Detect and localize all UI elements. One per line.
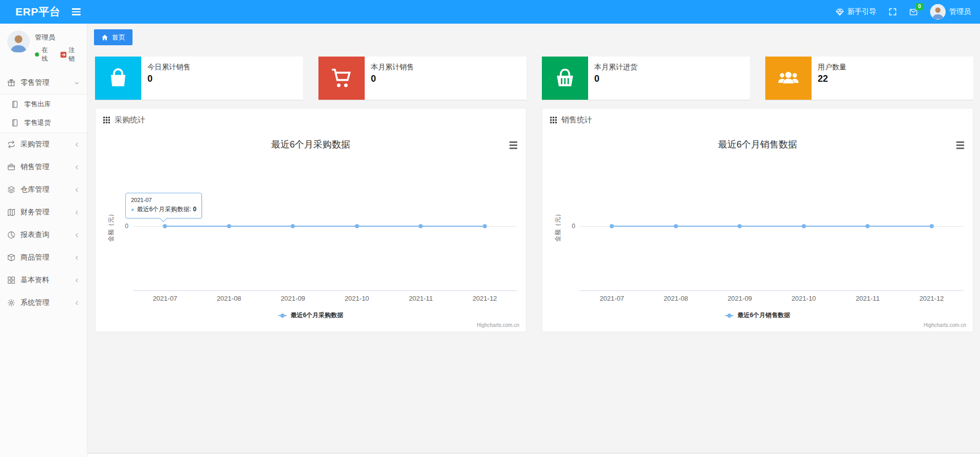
series-line: [612, 226, 932, 227]
legend-marker-icon: [725, 314, 733, 318]
sidebar-subitem[interactable]: 零售出库: [0, 95, 87, 114]
top-navbar: ERP平台 新手引导 0: [0, 0, 980, 24]
pie-chart-icon: [7, 231, 15, 239]
panel-title: 销售统计: [561, 115, 592, 125]
hamburger-icon: [72, 8, 81, 10]
x-axis-label: 2021-07: [599, 295, 624, 302]
online-status-dot: [35, 52, 39, 57]
users-icon: [765, 57, 812, 100]
data-point-marker[interactable]: [291, 224, 295, 228]
tooltip-category: 2021-07: [131, 197, 196, 203]
data-point-marker[interactable]: [419, 224, 423, 228]
chevron-left-icon: [74, 278, 80, 283]
app-brand: ERP平台: [0, 5, 61, 19]
data-point-marker[interactable]: [930, 224, 934, 228]
navbar-right: 新手引导 0 管理员: [836, 4, 980, 20]
charts-row: 采购统计 最近6个月采购数据金额（元）02021-072021-082021-0…: [95, 108, 973, 332]
y-axis-tick: 0: [542, 223, 575, 230]
sidebar: 管理员 在线 注销 零售管理零售出库零售退货采购管理销售管理仓库管理财务管理报表…: [0, 24, 87, 457]
panel-header: 采购统计: [96, 108, 526, 131]
sidebar-toggle-button[interactable]: [72, 8, 81, 15]
user-menu[interactable]: 管理员: [930, 4, 971, 20]
shopping-basket-icon: [542, 57, 588, 100]
sidebar-item-label: 基本资料: [21, 276, 49, 285]
x-axis-label: 2021-10: [791, 295, 816, 302]
guide-button[interactable]: 新手引导: [836, 7, 876, 16]
grid-icon: [7, 276, 15, 284]
sidebar-item-label: 采购管理: [21, 140, 49, 149]
sales-stats-panel: 销售统计 最近6个月销售数据金额（元）02021-072021-082021-0…: [542, 108, 973, 332]
data-point-marker[interactable]: [355, 224, 359, 228]
chevron-left-icon: [74, 187, 80, 193]
data-point-marker[interactable]: [227, 224, 231, 228]
tab-home-label: 首页: [112, 33, 125, 42]
legend-label: 最近6个月销售数据: [738, 311, 790, 320]
legend-marker-icon: [278, 314, 287, 318]
series-line: [165, 226, 485, 227]
highcharts-credit[interactable]: Highcharts.com.cn: [477, 322, 519, 328]
sidebar-item[interactable]: 报表查询: [0, 224, 87, 246]
stat-card-value: 0: [371, 74, 414, 84]
logout-link[interactable]: 注销: [60, 46, 81, 63]
highcharts-credit[interactable]: Highcharts.com.cn: [924, 322, 966, 328]
purchase-stats-panel: 采购统计 最近6个月采购数据金额（元）02021-072021-082021-0…: [95, 108, 526, 332]
x-axis-label: 2021-10: [345, 295, 369, 302]
legend-item[interactable]: 最近6个月销售数据: [542, 311, 973, 320]
sidebar-item[interactable]: 商品管理: [0, 246, 87, 269]
data-point-marker[interactable]: [738, 224, 742, 228]
sidebar-subitem-label: 零售退货: [24, 118, 51, 127]
chart-title: 最近6个月销售数据: [542, 138, 973, 151]
th-grid-icon: [103, 117, 110, 123]
sign-out-icon: [60, 51, 67, 58]
gear-icon: [7, 299, 15, 307]
sidebar-item[interactable]: 系统管理: [0, 291, 87, 314]
sidebar-item[interactable]: 采购管理: [0, 133, 87, 156]
x-axis-label: 2021-08: [217, 295, 241, 302]
box-icon: [7, 253, 15, 262]
sidebar-item[interactable]: 销售管理: [0, 156, 87, 178]
shopping-bag-icon: [95, 57, 141, 100]
stat-card: 本月累计进货0: [542, 57, 750, 100]
legend-item[interactable]: 最近6个月采购数据: [96, 311, 526, 320]
data-point-marker[interactable]: [610, 224, 614, 228]
journal-icon: [11, 100, 19, 108]
sidebar-item[interactable]: 基本资料: [0, 269, 87, 291]
stat-card-value: 0: [147, 74, 191, 84]
x-axis-label: 2021-11: [856, 295, 880, 302]
repeat-icon: [7, 140, 15, 149]
chevron-left-icon: [74, 255, 80, 261]
sidebar-item[interactable]: 财务管理: [0, 201, 87, 224]
fullscreen-button[interactable]: [889, 8, 897, 16]
sidebar-item-label: 商品管理: [21, 253, 49, 262]
sidebar-item[interactable]: 仓库管理: [0, 178, 87, 201]
chevron-left-icon: [74, 300, 80, 306]
x-axis-line: [580, 290, 964, 291]
sidebar-menu: 零售管理零售出库零售退货采购管理销售管理仓库管理财务管理报表查询商品管理基本资料…: [0, 71, 87, 314]
sidebar-item[interactable]: 零售管理: [0, 71, 87, 94]
x-axis-label: 2021-12: [473, 295, 497, 302]
data-point-marker[interactable]: [483, 224, 487, 228]
sidebar-item-label: 系统管理: [21, 298, 49, 307]
data-point-marker[interactable]: [802, 224, 806, 228]
shopping-cart-icon: [318, 57, 365, 100]
data-point-marker[interactable]: [163, 224, 167, 228]
sidebar-item-label: 报表查询: [21, 230, 49, 240]
message-count-badge: 0: [916, 3, 923, 10]
chart-menu-button[interactable]: [954, 139, 966, 151]
chart-tooltip: 2021-07● 最近6个月采购数据: 0: [125, 193, 202, 218]
sidebar-subitem[interactable]: 零售退货: [0, 114, 87, 132]
sales-chart: 最近6个月销售数据金额（元）02021-072021-082021-092021…: [542, 131, 973, 332]
x-axis-label: 2021-11: [409, 295, 433, 302]
data-point-marker[interactable]: [674, 224, 678, 228]
y-axis-tick: 0: [96, 223, 128, 230]
guide-label: 新手引导: [847, 7, 876, 16]
chart-menu-button[interactable]: [507, 139, 519, 151]
data-point-marker[interactable]: [865, 224, 870, 228]
fullscreen-icon: [889, 8, 897, 16]
sidebar-subitem-label: 零售出库: [24, 100, 51, 109]
x-axis-label: 2021-07: [153, 295, 177, 302]
tab-home[interactable]: 首页: [94, 29, 133, 45]
stat-card: 用户数量22: [765, 57, 973, 100]
messages-button[interactable]: 0: [909, 8, 918, 16]
stat-card-title: 本月累计进货: [594, 63, 637, 72]
